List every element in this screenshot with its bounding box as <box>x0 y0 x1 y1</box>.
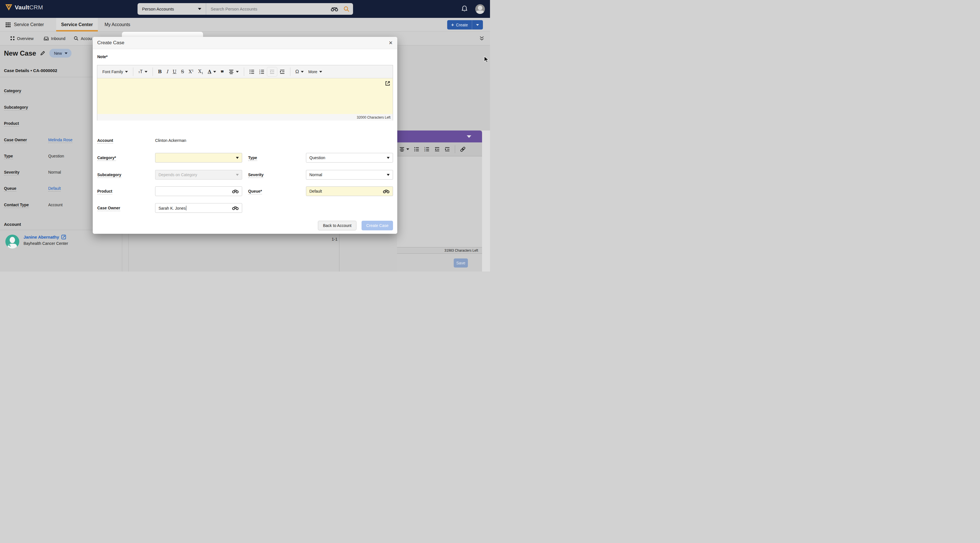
superscript-button[interactable]: X1 <box>186 67 196 76</box>
special-character-dropdown[interactable]: Ω <box>293 67 306 76</box>
product-lookup-input[interactable] <box>155 186 242 196</box>
app-grid-icon[interactable] <box>6 22 11 27</box>
note-label: Note* <box>97 54 108 59</box>
modal-value-account: Clinton Ackerman <box>155 138 242 143</box>
bold-button[interactable]: B <box>156 67 164 76</box>
global-search-bar: Person Accounts Search Person Accounts <box>138 3 353 15</box>
modal-label-category: Category* <box>97 156 116 160</box>
back-to-account-button[interactable]: Back to Account <box>318 221 356 230</box>
modal-label-type: Type <box>248 156 257 160</box>
expand-editor-icon[interactable] <box>385 81 390 86</box>
create-case-button[interactable]: Create Case <box>361 221 393 230</box>
case-owner-lookup-input[interactable]: Sarah K. Jones <box>155 203 242 213</box>
search-icon <box>74 36 78 41</box>
modal-label-queue: Queue* <box>248 189 262 193</box>
tab-service-center[interactable]: Service Center <box>56 18 98 32</box>
text-cursor <box>186 206 186 210</box>
modal-label-severity: Severity <box>248 172 263 177</box>
chevron-down-icon <box>319 71 322 73</box>
chevron-down-icon <box>125 71 128 73</box>
chevron-down-icon <box>236 71 239 73</box>
divider <box>153 67 153 76</box>
rte-statusbar: 32000 Characters Left <box>97 114 393 121</box>
underline-button[interactable]: U <box>170 67 179 76</box>
tab-my-accounts[interactable]: My Accounts <box>103 18 132 32</box>
binoculars-icon[interactable] <box>232 189 239 193</box>
subcategory-select: Depends on Category <box>155 170 242 180</box>
note-rich-text-editor: Font Family тT B I U S X1 X1 A ❞ <box>97 65 393 121</box>
user-avatar[interactable] <box>475 4 485 14</box>
chevron-down-icon <box>213 71 216 73</box>
subnav-item-inbound[interactable]: Inbound <box>44 32 65 45</box>
top-navigation-bar: VaultCRM Person Accounts Search Person A… <box>0 0 490 18</box>
indent-icon <box>280 69 285 74</box>
align-dropdown[interactable] <box>226 67 241 76</box>
search-input[interactable]: Search Person Accounts <box>206 3 353 15</box>
modal-title: Create Case <box>97 40 124 46</box>
strikethrough-button[interactable]: S <box>179 67 186 76</box>
more-dropdown[interactable]: More <box>306 67 325 76</box>
create-button[interactable]: + Create <box>447 20 472 30</box>
avatar-head <box>478 6 482 10</box>
create-dropdown-button[interactable] <box>472 20 483 30</box>
subnav-item-accounts[interactable]: Accou <box>74 32 92 45</box>
mouse-cursor <box>484 56 490 63</box>
chevron-down-icon <box>236 157 239 159</box>
chevron-down-icon <box>301 71 304 73</box>
numbered-list-button[interactable]: 123 <box>257 67 267 76</box>
topbar-right-actions <box>461 0 485 18</box>
modal-header: Create Case ✕ <box>93 37 397 49</box>
blockquote-button[interactable]: ❞ <box>218 67 226 76</box>
modal-label-account: Account <box>97 138 113 143</box>
modal-label-product: Product <box>97 189 112 193</box>
collapse-double-chevron-icon[interactable] <box>479 36 485 41</box>
binoculars-icon[interactable] <box>383 189 390 193</box>
italic-button[interactable]: I <box>164 67 170 76</box>
binoculars-icon[interactable] <box>232 206 239 210</box>
close-icon[interactable]: ✕ <box>389 41 393 45</box>
divider <box>244 67 244 76</box>
font-family-dropdown[interactable]: Font Family <box>100 67 130 76</box>
brand-text: VaultCRM <box>15 4 43 11</box>
search-object-selector[interactable]: Person Accounts <box>138 3 206 15</box>
queue-lookup-input[interactable]: Default <box>306 186 393 196</box>
chars-left-label: 32000 Characters Left <box>357 115 390 119</box>
outdent-icon <box>269 69 275 74</box>
notifications-bell-icon[interactable] <box>461 5 468 13</box>
overview-grid-icon <box>11 36 15 41</box>
svg-text:3: 3 <box>259 73 260 74</box>
subnav-item-overview[interactable]: Overview <box>11 32 33 45</box>
chevron-down-icon <box>387 174 390 176</box>
chevron-down-icon <box>236 174 239 176</box>
plus-icon: + <box>451 22 454 28</box>
create-case-modal: Create Case ✕ Note* Font Family тT B I U… <box>93 37 397 234</box>
indent-button[interactable] <box>277 67 287 76</box>
app-switcher[interactable]: Service Center <box>6 18 44 32</box>
avatar-shoulders <box>476 11 484 14</box>
font-size-dropdown[interactable]: тT <box>136 67 150 76</box>
chevron-down-icon <box>198 8 201 10</box>
align-icon <box>229 69 234 74</box>
modal-label-case-owner: Case Owner <box>97 206 120 210</box>
chevron-down-icon <box>145 71 148 73</box>
outdent-button[interactable] <box>267 67 277 76</box>
numbered-list-icon: 123 <box>259 69 264 74</box>
search-icon[interactable] <box>344 6 350 12</box>
font-color-dropdown[interactable]: A <box>205 67 218 76</box>
create-split-button: + Create <box>447 20 483 30</box>
severity-select[interactable]: Normal <box>306 170 393 180</box>
bullet-list-button[interactable] <box>247 67 257 76</box>
chevron-down-icon <box>387 157 390 159</box>
binoculars-icon[interactable] <box>331 6 338 12</box>
chevron-down-icon <box>476 24 479 26</box>
modal-label-subcategory: Subcategory <box>97 172 121 177</box>
rte-toolbar: Font Family тT B I U S X1 X1 A ❞ <box>97 65 393 78</box>
subscript-button[interactable]: X1 <box>196 67 205 76</box>
type-select[interactable]: Question <box>306 153 393 162</box>
vault-crm-logo: VaultCRM <box>5 4 43 11</box>
app-navigation-bar: Service Center Service Center My Account… <box>0 18 490 32</box>
category-select[interactable] <box>155 153 242 162</box>
bullet-list-icon <box>249 69 255 74</box>
vault-logo-icon <box>5 4 13 11</box>
note-text-area[interactable] <box>97 78 393 114</box>
